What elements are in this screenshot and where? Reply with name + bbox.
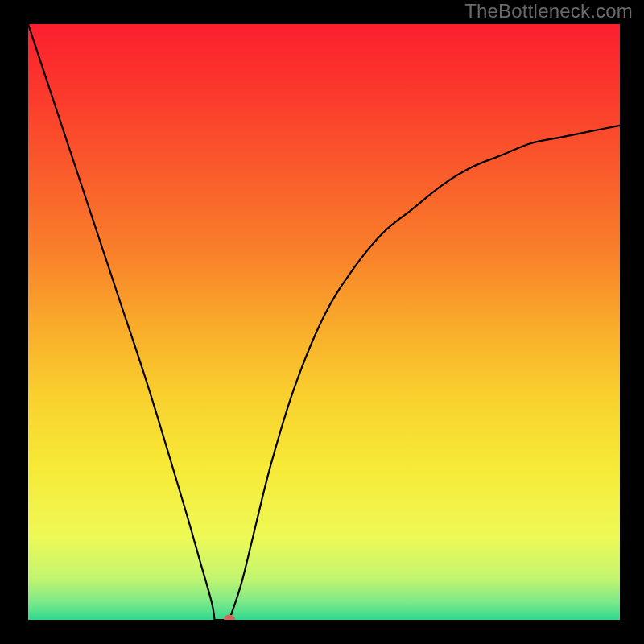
plot-area <box>28 24 620 620</box>
gradient-background <box>28 24 620 620</box>
watermark-text: TheBottleneck.com <box>464 0 633 23</box>
chart-frame: TheBottleneck.com <box>0 0 644 644</box>
plot-svg <box>28 24 620 620</box>
